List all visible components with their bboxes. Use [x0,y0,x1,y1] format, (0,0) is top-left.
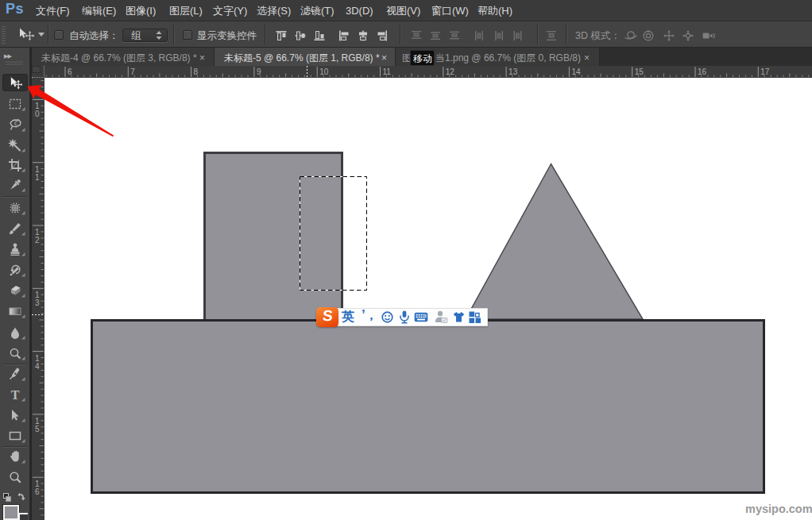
svg-text:10: 10 [319,67,329,76]
svg-text:5: 5 [35,425,40,433]
svg-text:2: 2 [35,236,40,245]
svg-text:17: 17 [760,67,770,76]
svg-text:12: 12 [446,67,455,76]
svg-text:7: 7 [130,67,135,76]
svg-text:8: 8 [194,67,199,76]
svg-text:15: 15 [635,67,644,76]
svg-text:13: 13 [508,67,518,76]
svg-text:9: 9 [257,67,261,76]
svg-text:6: 6 [35,487,40,496]
svg-text:11: 11 [383,67,392,76]
svg-text:1: 1 [35,173,40,182]
svg-text:3: 3 [35,299,40,307]
svg-text:14: 14 [571,67,581,76]
svg-text:4: 4 [35,362,40,371]
svg-text:16: 16 [698,67,707,76]
svg-text:T: T [11,388,20,402]
